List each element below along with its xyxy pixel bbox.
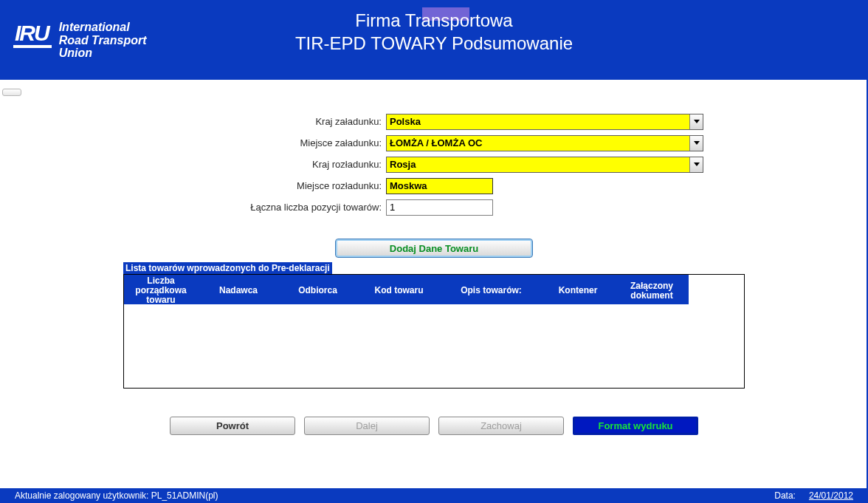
page-title: Firma Transportowa TIR-EPD TOWARY Podsum… (0, 9, 868, 55)
chevron-down-icon (689, 157, 703, 172)
loading-place-value: ŁOMŻA / ŁOMŻA OC (390, 137, 482, 148)
col-actions (689, 275, 744, 307)
button-bar: Powrót Dalej Zachowaj Format wydruku (0, 417, 868, 435)
back-button[interactable]: Powrót (170, 417, 295, 435)
col-doc: Załączony dokument (615, 280, 689, 302)
col-container: Kontener (541, 284, 615, 297)
unloading-place-label: Miejsce rozładunku: (10, 180, 386, 191)
form: Kraj załadunku: Polska Miejsce załadunku… (0, 111, 868, 435)
chevron-down-icon (689, 136, 703, 151)
col-ordinal: Liczba porządkowa towaru (124, 275, 198, 307)
goods-grid-header: Liczba porządkowa towaru Nadawca Odbiorc… (124, 275, 744, 304)
unloading-place-input[interactable]: Moskwa (386, 178, 493, 194)
loading-country-select[interactable]: Polska (386, 114, 703, 130)
goods-list-title: Lista towarów wprowadzonych do Pre-dekla… (123, 262, 332, 274)
next-button: Dalej (304, 417, 430, 435)
date-label: Data: (774, 490, 796, 501)
loading-place-select[interactable]: ŁOMŻA / ŁOMŻA OC (386, 135, 703, 151)
unloading-country-value: Rosja (390, 159, 416, 170)
unloading-country-label: Kraj rozładunku: (10, 159, 386, 170)
col-desc: Opis towarów: (441, 284, 541, 297)
unloading-place-value: Moskwa (390, 180, 427, 191)
date-value: 24/01/2012 (809, 490, 853, 501)
total-items-input[interactable]: 1 (386, 199, 493, 216)
add-goods-button[interactable]: Dodaj Dane Towaru (335, 239, 533, 258)
col-receiver: Odbiorca (279, 284, 356, 297)
unloading-country-select[interactable]: Rosja (386, 157, 703, 173)
footer: Aktualnie zalogowany użytkownik: PL_51AD… (0, 488, 868, 503)
loading-country-label: Kraj załadunku: (10, 116, 386, 127)
print-format-button[interactable]: Format wydruku (573, 417, 698, 435)
chevron-down-icon (689, 114, 703, 129)
title-line-2: TIR-EPD TOWARY Podsumowanie (0, 32, 868, 55)
loading-place-label: Miejsce załadunku: (10, 137, 386, 148)
header: IRU International Road Transport Union F… (0, 0, 868, 80)
save-button: Zachowaj (438, 417, 564, 435)
col-code: Kod towaru (356, 284, 441, 297)
current-user-label: Aktualnie zalogowany użytkownik: PL_51AD… (15, 490, 218, 501)
total-items-label: Łączna liczba pozycji towarów: (10, 202, 386, 213)
goods-grid: Liczba porządkowa towaru Nadawca Odbiorc… (123, 274, 745, 389)
expander-toggle[interactable] (2, 89, 21, 96)
title-line-1: Firma Transportowa (0, 9, 868, 32)
total-items-value: 1 (390, 202, 395, 213)
loading-country-value: Polska (390, 116, 421, 127)
col-sender: Nadawca (198, 284, 279, 297)
